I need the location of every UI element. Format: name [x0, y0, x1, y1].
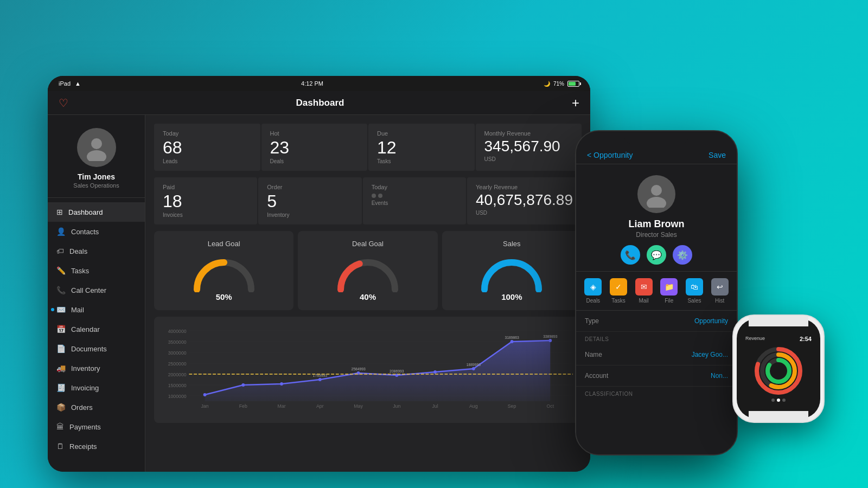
- svg-point-35: [510, 340, 514, 343]
- sidebar-item-tasks[interactable]: ✏️ Tasks: [48, 261, 145, 280]
- stat-subtext-yearly: USD: [476, 210, 573, 216]
- stat-label-inventory: Order: [267, 184, 353, 190]
- stat-invoices: Paid 18 Invoices: [154, 177, 257, 224]
- goal-lead-title: Lead Goal: [208, 240, 240, 248]
- ipad-label: iPad: [59, 80, 71, 87]
- svg-point-44: [651, 185, 662, 196]
- sales-gauge: [479, 254, 544, 292]
- chart-svg: 4000000 3500000 3000000 2500000 2000000 …: [163, 325, 573, 412]
- sidebar-item-deals[interactable]: 🏷 Deals: [48, 241, 145, 261]
- sidebar-label: Calendar: [71, 325, 100, 333]
- goal-lead-value: 50%: [216, 292, 232, 301]
- sidebar-item-inventory[interactable]: 🚚 Inventory: [48, 358, 145, 378]
- sidebar-item-dashboard[interactable]: ⊞ Dashboard: [48, 202, 145, 222]
- sidebar-label: Contacts: [71, 228, 99, 236]
- user-role: Sales Operations: [73, 182, 119, 189]
- contact-title: Director Sales: [636, 231, 676, 239]
- lead-gauge: [192, 254, 257, 292]
- watch-header: Revenue 2:54: [745, 336, 812, 342]
- watch-band-top: [749, 314, 808, 326]
- svg-text:Jan: Jan: [201, 403, 209, 409]
- stat-label-events: Today: [372, 184, 457, 190]
- detail-name-row: Name Jacey Goo...: [576, 344, 737, 365]
- svg-point-1: [87, 150, 106, 161]
- type-label: Type: [585, 317, 599, 325]
- stat-value-inventory: 5: [267, 192, 353, 210]
- sidebar-item-mail[interactable]: ✉️ Mail: [48, 300, 145, 319]
- phone-nav-bar: < Opportunity Save: [576, 146, 737, 164]
- sidebar-item-callcenter[interactable]: 📞 Call Center: [48, 280, 145, 300]
- sidebar-item-invoicing[interactable]: 🧾 Invoicing: [48, 378, 145, 397]
- sidebar-label: Call Center: [71, 286, 106, 294]
- phone-profile: Liam Brown Director Sales 📞 💬 ⚙️: [576, 164, 737, 272]
- calendar-icon: 📅: [56, 325, 66, 333]
- ipad-nav-bar: ♡ Dashboard +: [48, 91, 590, 115]
- grid-icon: ⊞: [56, 208, 63, 216]
- stat-events: Today Events: [363, 177, 466, 224]
- watch-time: 2:54: [800, 336, 812, 342]
- truck-icon: 🚚: [56, 364, 66, 373]
- person-icon: 👤: [56, 227, 66, 236]
- tab-deals[interactable]: ◈ Deals: [584, 278, 602, 304]
- svg-point-36: [548, 339, 552, 342]
- svg-point-28: [241, 383, 245, 387]
- add-button[interactable]: +: [572, 95, 579, 111]
- stat-monthly-revenue: Monthly Revenue 345,567.90 USD: [476, 124, 582, 171]
- tab-tasks[interactable]: ✓ Tasks: [610, 278, 627, 304]
- svg-text:3189863: 3189863: [505, 336, 519, 339]
- back-button[interactable]: < Opportunity: [587, 151, 633, 159]
- sidebar-item-documents[interactable]: 📄 Documents: [48, 339, 145, 358]
- sidebar: Tim Jones Sales Operations ⊞ Dashboard 👤…: [48, 115, 145, 472]
- watch-revenue-label: Revenue: [745, 336, 765, 342]
- mail-tab-label: Mail: [639, 298, 648, 304]
- revenue-chart: 4000000 3500000 3000000 2500000 2000000 …: [154, 317, 582, 423]
- svg-point-30: [318, 378, 322, 381]
- save-button[interactable]: Save: [709, 151, 726, 159]
- detail-account-row: Account Non...: [576, 365, 737, 387]
- phone-detail-section: Type Opportunity DETAILS Name Jacey Goo.…: [576, 311, 737, 399]
- tab-file[interactable]: 📁 File: [660, 278, 678, 304]
- file-tab-label: File: [665, 298, 673, 304]
- chat-button[interactable]: 💬: [647, 245, 666, 265]
- stat-label-deals: Hot: [270, 130, 359, 137]
- tab-mail[interactable]: ✉ Mail: [635, 278, 653, 304]
- watch-rings-svg: [754, 346, 803, 395]
- avatar: [77, 128, 116, 167]
- svg-text:Oct: Oct: [547, 403, 554, 409]
- tab-hist[interactable]: ↩ Hist: [711, 278, 729, 304]
- contact-name: Liam Brown: [628, 219, 684, 230]
- stat-subtext-tasks: Tasks: [377, 158, 466, 164]
- svg-point-0: [91, 138, 102, 149]
- settings-button[interactable]: ⚙️: [673, 245, 692, 265]
- watch-rings: [754, 346, 803, 395]
- sidebar-item-receipts[interactable]: 🗒 Receipts: [48, 436, 145, 456]
- stat-subtext-events: Events: [372, 200, 457, 206]
- wifi-icon: ▲: [75, 80, 81, 87]
- battery-icon: [567, 81, 579, 87]
- tab-sales[interactable]: 🛍 Sales: [686, 278, 703, 304]
- sidebar-item-orders[interactable]: 📦 Orders: [48, 397, 145, 417]
- sidebar-label: Mail: [71, 306, 84, 314]
- deal-gauge: [335, 254, 400, 292]
- goal-deal-title: Deal Goal: [352, 240, 384, 248]
- iphone-screen: < Opportunity Save Liam Brown Director S…: [576, 131, 737, 454]
- svg-point-33: [433, 370, 437, 374]
- sidebar-label: Tasks: [71, 267, 89, 275]
- stat-dots-events: [372, 194, 457, 198]
- sidebar-nav: ⊞ Dashboard 👤 Contacts 🏷 Deals ✏️ Tasks …: [48, 198, 145, 472]
- main-content: Today 68 Leads Hot 23 Deals Due 12 Tasks…: [145, 115, 590, 472]
- sidebar-label: Dashboard: [68, 208, 103, 216]
- sidebar-item-payments[interactable]: 🏛 Payments: [48, 417, 145, 436]
- dashboard-title: Dashboard: [296, 98, 344, 108]
- file-tab-icon: 📁: [660, 278, 678, 296]
- orders-icon: 📦: [56, 403, 66, 412]
- sidebar-item-contacts[interactable]: 👤 Contacts: [48, 222, 145, 241]
- status-left: iPad ▲: [59, 80, 81, 87]
- mail-dot: [51, 308, 54, 311]
- contact-actions: 📞 💬 ⚙️: [621, 245, 692, 265]
- call-button[interactable]: 📞: [621, 245, 640, 265]
- stat-value-yearly: 40,675,876.89: [476, 192, 573, 208]
- contact-avatar: [637, 175, 675, 213]
- sidebar-item-calendar[interactable]: 📅 Calendar: [48, 319, 145, 339]
- heartbeat-icon[interactable]: ♡: [59, 97, 68, 110]
